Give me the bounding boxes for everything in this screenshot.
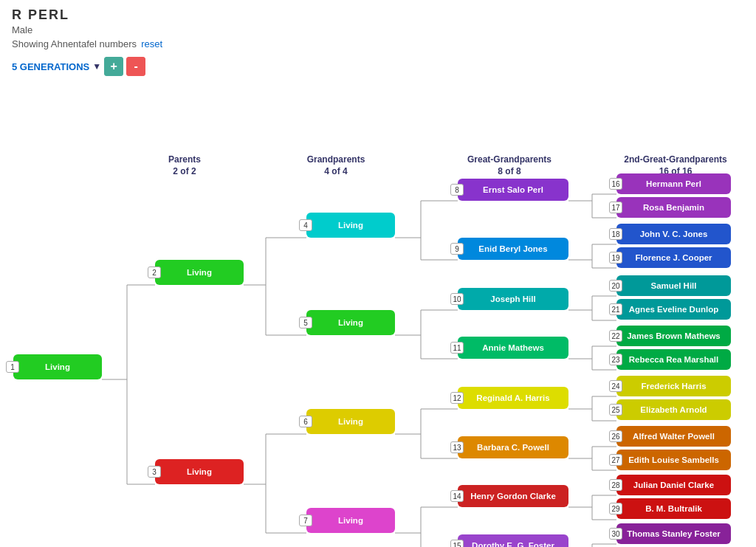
person-node-n3[interactable]: Living xyxy=(155,459,244,484)
node-wrapper-n29: 29B. M. Bultralik xyxy=(616,498,731,519)
person-node-n4[interactable]: Living xyxy=(306,213,395,238)
node-number-14: 14 xyxy=(450,490,464,502)
person-node-n6[interactable]: Living xyxy=(306,409,395,434)
node-number-4: 4 xyxy=(299,219,312,231)
node-number-23: 23 xyxy=(609,354,622,365)
node-number-29: 29 xyxy=(609,503,622,515)
person-node-n13[interactable]: Barbara C. Powell xyxy=(458,436,568,458)
node-wrapper-n30: 30Thomas Stanley Foster xyxy=(616,523,731,544)
node-wrapper-n10: 10Joseph Hill xyxy=(458,288,568,310)
node-number-6: 6 xyxy=(299,416,312,427)
node-wrapper-n15: 15Dorothy E. G. Foster xyxy=(458,534,568,547)
node-number-17: 17 xyxy=(609,202,622,213)
person-node-n17[interactable]: Rosa Benjamin xyxy=(616,197,731,218)
node-wrapper-n25: 25Elizabeth Arnold xyxy=(616,399,731,420)
generations-control: 5 GENERATIONS ▼ + - xyxy=(12,57,744,76)
person-node-n30[interactable]: Thomas Stanley Foster xyxy=(616,523,731,544)
node-wrapper-n8: 8Ernst Salo Perl xyxy=(458,179,568,201)
node-number-9: 9 xyxy=(450,243,464,255)
person-node-n22[interactable]: James Brown Mathews xyxy=(616,326,731,346)
person-node-n24[interactable]: Frederick Harris xyxy=(616,376,731,396)
node-number-1: 1 xyxy=(6,361,19,373)
person-title: R PERL xyxy=(12,7,744,23)
generations-label[interactable]: 5 GENERATIONS xyxy=(12,61,89,72)
node-wrapper-n27: 27Edith Louise Sambells xyxy=(616,450,731,470)
person-node-n28[interactable]: Julian Daniel Clarke xyxy=(616,475,731,495)
ahnentafel-label: Showing Ahnentafel numbers reset xyxy=(12,38,744,49)
node-number-10: 10 xyxy=(450,293,464,305)
node-wrapper-n22: 22James Brown Mathews xyxy=(616,326,731,346)
person-node-n23[interactable]: Rebecca Rea Marshall xyxy=(616,349,731,370)
col-header-great: Great-Grandparents 8 of 8 xyxy=(450,154,568,177)
node-number-21: 21 xyxy=(609,303,622,315)
node-wrapper-n11: 11Annie Mathews xyxy=(458,337,568,359)
tree-area: Parents 2 of 2 Grandparents 4 of 4 Great… xyxy=(0,80,756,547)
node-wrapper-n14: 14Henry Gordon Clarke xyxy=(458,485,568,507)
person-node-n26[interactable]: Alfred Walter Powell xyxy=(616,426,731,447)
node-number-22: 22 xyxy=(609,330,622,342)
node-wrapper-n5: 5Living xyxy=(306,310,395,335)
node-wrapper-n20: 20Samuel Hill xyxy=(616,275,731,296)
node-number-5: 5 xyxy=(299,317,312,328)
person-node-n9[interactable]: Enid Beryl Jones xyxy=(458,238,568,260)
node-number-30: 30 xyxy=(609,528,622,540)
person-node-n15[interactable]: Dorothy E. G. Foster xyxy=(458,534,568,547)
person-node-n12[interactable]: Reginald A. Harris xyxy=(458,387,568,409)
node-number-3: 3 xyxy=(148,466,161,478)
zoom-out-button[interactable]: - xyxy=(126,57,145,76)
node-number-7: 7 xyxy=(299,515,312,526)
node-wrapper-n23: 23Rebecca Rea Marshall xyxy=(616,349,731,370)
col-header-grandparents: Grandparents 4 of 4 xyxy=(292,154,380,177)
person-gender: Male xyxy=(12,24,744,35)
node-number-13: 13 xyxy=(450,441,464,453)
node-wrapper-n24: 24Frederick Harris xyxy=(616,376,731,396)
node-wrapper-n2: 2Living xyxy=(155,260,244,285)
person-node-n19[interactable]: Florence J. Cooper xyxy=(616,247,731,268)
person-node-n1[interactable]: Living xyxy=(13,354,102,379)
node-wrapper-n7: 7Living xyxy=(306,508,395,533)
person-node-n25[interactable]: Elizabeth Arnold xyxy=(616,399,731,420)
node-wrapper-n6: 6Living xyxy=(306,409,395,434)
node-wrapper-n26: 26Alfred Walter Powell xyxy=(616,426,731,447)
person-node-n7[interactable]: Living xyxy=(306,508,395,533)
zoom-in-button[interactable]: + xyxy=(104,57,123,76)
person-node-n10[interactable]: Joseph Hill xyxy=(458,288,568,310)
node-wrapper-n21: 21Agnes Eveline Dunlop xyxy=(616,299,731,320)
node-number-19: 19 xyxy=(609,252,622,264)
node-number-11: 11 xyxy=(450,342,464,354)
node-wrapper-n17: 17Rosa Benjamin xyxy=(616,197,731,218)
node-number-20: 20 xyxy=(609,280,622,292)
node-wrapper-n19: 19Florence J. Cooper xyxy=(616,247,731,268)
node-number-24: 24 xyxy=(609,380,622,392)
node-wrapper-n1: 1Living xyxy=(13,354,102,379)
person-node-n11[interactable]: Annie Mathews xyxy=(458,337,568,359)
reset-link[interactable]: reset xyxy=(141,38,162,49)
node-wrapper-n16: 16Hermann Perl xyxy=(616,173,731,194)
node-wrapper-n13: 13Barbara C. Powell xyxy=(458,436,568,458)
person-node-n29[interactable]: B. M. Bultralik xyxy=(616,498,731,519)
node-wrapper-n9: 9Enid Beryl Jones xyxy=(458,238,568,260)
person-node-n18[interactable]: John V. C. Jones xyxy=(616,224,731,244)
node-number-25: 25 xyxy=(609,404,622,416)
person-node-n8[interactable]: Ernst Salo Perl xyxy=(458,179,568,201)
person-node-n21[interactable]: Agnes Eveline Dunlop xyxy=(616,299,731,320)
node-wrapper-n3: 3Living xyxy=(155,459,244,484)
person-node-n2[interactable]: Living xyxy=(155,260,244,285)
header: R PERL Male Showing Ahnentafel numbers r… xyxy=(0,0,756,76)
col-header-parents: Parents 2 of 2 xyxy=(140,154,229,177)
person-node-n5[interactable]: Living xyxy=(306,310,395,335)
node-number-27: 27 xyxy=(609,454,622,466)
node-wrapper-n12: 12Reginald A. Harris xyxy=(458,387,568,409)
node-number-15: 15 xyxy=(450,540,464,547)
node-number-8: 8 xyxy=(450,184,464,196)
person-node-n20[interactable]: Samuel Hill xyxy=(616,275,731,296)
person-node-n27[interactable]: Edith Louise Sambells xyxy=(616,450,731,470)
person-node-n14[interactable]: Henry Gordon Clarke xyxy=(458,485,568,507)
node-number-26: 26 xyxy=(609,430,622,442)
node-wrapper-n28: 28Julian Daniel Clarke xyxy=(616,475,731,495)
node-wrapper-n18: 18John V. C. Jones xyxy=(616,224,731,244)
node-number-12: 12 xyxy=(450,392,464,404)
node-number-2: 2 xyxy=(148,266,161,278)
node-number-18: 18 xyxy=(609,228,622,240)
person-node-n16[interactable]: Hermann Perl xyxy=(616,173,731,194)
